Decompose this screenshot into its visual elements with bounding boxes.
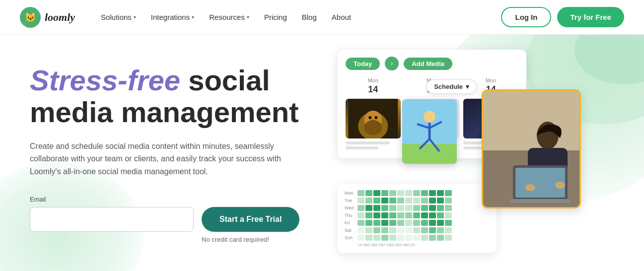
heatmap-cell [413,227,420,233]
nav-about[interactable]: About [326,9,357,25]
heatmap-cell [358,220,364,226]
heatmap-cell [421,227,428,233]
heatmap-cell [405,227,412,233]
heatmap-cell [397,212,404,218]
heatmap-times: 14:0015:0016:0017:0018:0019:0020:00 [345,243,490,247]
nav-pricing[interactable]: Pricing [258,9,293,25]
heatmap-cell [405,198,412,203]
hero-content: Stress-free social media management Crea… [0,35,338,271]
heatmap-cell [397,227,404,233]
heatmap-cell [429,205,436,211]
heatmap-cell [437,227,444,233]
email-section: Email Start a Free Trial No credit card … [30,196,313,243]
heatmap-cell [437,220,444,226]
heatmap-cell [445,190,452,196]
heatmap-row: Tue [345,198,490,203]
heatmap-row: Sat [345,227,490,233]
heatmap-cell [405,220,412,226]
nav-solutions[interactable]: Solutions ▾ [95,9,142,25]
chevron-down-icon: ▾ [247,14,249,20]
svg-point-8 [364,120,382,135]
nav-blog[interactable]: Blog [296,9,323,25]
calendar-toolbar: Today › Add Media [346,57,518,70]
heatmap-cell [373,235,380,241]
nav-resources[interactable]: Resources ▾ [203,9,255,25]
next-arrow[interactable]: › [385,57,399,70]
hero-subtext: Create and schedule social media content… [30,140,313,178]
add-media-button[interactable]: Add Media [404,58,452,70]
svg-rect-23 [510,199,570,203]
heatmap-cell [445,235,452,241]
hero-illustration: Today › Add Media Mon 14 [338,35,644,271]
email-input[interactable] [30,207,194,232]
heatmap-cell [429,220,436,226]
heatmap-cell [405,190,412,196]
heatmap-cell [381,227,388,233]
heatmap-cell [373,212,380,218]
heatmap-cell [445,198,452,203]
svg-point-6 [374,116,377,119]
heatmap-cell [397,190,404,196]
heatmap-cell [421,205,428,211]
heatmap-row: Thu [345,212,490,218]
heatmap-row: Fri [345,220,490,226]
heatmap-cell [421,198,428,203]
heatmap-cell [437,198,444,203]
chevron-down-icon: ▾ [466,83,469,90]
login-button[interactable]: Log In [501,7,551,27]
heatmap-cell [405,235,412,241]
heatmap-cell [389,220,396,226]
heatmap-cell [437,212,444,218]
jump-card [402,99,457,164]
no-credit-card-text: No credit card required! [30,236,313,243]
today-button[interactable]: Today [346,58,380,70]
nav-links: Solutions ▾ Integrations ▾ Resources ▾ P… [95,9,501,25]
cal-col-1: Mon 14 [346,77,401,151]
heatmap-cell [358,190,364,196]
heatmap-cell [389,198,396,203]
heatmap-cell [429,190,436,196]
heatmap-cell [437,190,444,196]
heatmap-cell [389,205,396,211]
heatmap-cell [381,220,388,226]
svg-point-25 [555,182,565,189]
hero-section: Stress-free social media management Crea… [0,35,644,271]
start-trial-button[interactable]: Start a Free Trial [202,207,299,232]
heatmap-cell [365,235,372,241]
heatmap-cell [445,220,452,226]
heatmap-cell [365,205,372,211]
heatmap-cell [358,198,364,203]
heatmap-cell [445,205,452,211]
navbar: 🐱 loomly Solutions ▾ Integrations ▾ Reso… [0,0,644,35]
heatmap-cell [358,212,364,218]
heatmap-cell [429,235,436,241]
schedule-button[interactable]: Schedule ▾ [427,79,477,94]
heatmap-cell [373,220,380,226]
heatmap-cell [381,212,388,218]
logo-icon: 🐱 [20,7,41,28]
email-row: Start a Free Trial [30,207,313,232]
heatmap-cell [405,205,412,211]
logo[interactable]: 🐱 loomly [20,7,75,28]
heatmap-row: Wed [345,205,490,211]
heatmap-cell [397,235,404,241]
nav-integrations[interactable]: Integrations ▾ [145,9,200,25]
heatmap-cell [373,205,380,211]
svg-point-24 [525,184,535,191]
heatmap-cell [397,198,404,203]
heatmap-cell [365,227,372,233]
heatmap-row: Sun [345,235,490,241]
brand-name: loomly [45,11,75,24]
try-free-button[interactable]: Try for Free [557,7,624,27]
heatmap-cell [373,190,380,196]
heatmap-cell [437,235,444,241]
heatmap-cell [389,212,396,218]
heatmap-cell [413,190,420,196]
heatmap-row: Mon [345,190,490,196]
heatmap-cell [421,212,428,218]
heatmap-cell [389,235,396,241]
heatmap-cell [421,190,428,196]
heatmap-cell [413,212,420,218]
svg-rect-10 [402,144,457,164]
heatmap-cell [373,198,380,203]
